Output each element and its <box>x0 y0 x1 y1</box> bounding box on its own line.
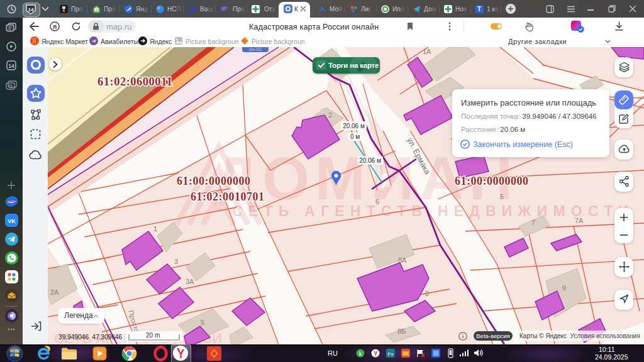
svg-text:61:00:0000000: 61:00:0000000 <box>455 175 529 187</box>
svg-text:VK: VK <box>8 218 16 224</box>
svg-text:7: 7 <box>531 219 535 226</box>
svg-text:5: 5 <box>500 193 504 200</box>
svg-text:8А: 8А <box>398 256 407 264</box>
svg-text:14: 14 <box>8 63 14 69</box>
svg-text:1: 1 <box>153 225 157 233</box>
svg-text:8Б: 8Б <box>397 327 406 335</box>
svg-text:61:00:0000000: 61:00:0000000 <box>177 175 251 187</box>
svg-text:3: 3 <box>174 258 178 265</box>
svg-text:14: 14 <box>28 7 34 13</box>
svg-text:20.06 м: 20.06 м <box>343 123 365 129</box>
svg-text:61:02:0600011: 61:02:0600011 <box>97 75 173 88</box>
svg-text:0 м: 0 м <box>350 133 360 140</box>
svg-text:Fx: Fx <box>388 351 394 357</box>
svg-text:20.06 м: 20.06 м <box>359 157 381 164</box>
svg-text:2: 2 <box>328 111 332 119</box>
svg-text:9: 9 <box>562 284 566 292</box>
svg-text:1А: 1А <box>423 48 431 55</box>
svg-text:8: 8 <box>425 290 429 297</box>
svg-text:61:02:0010701: 61:02:0010701 <box>191 190 265 203</box>
svg-text:2А: 2А <box>50 288 59 296</box>
svg-text:7А: 7А <box>575 217 584 224</box>
svg-text:он-02: он-02 <box>249 47 262 52</box>
svg-text:3А: 3А <box>186 278 194 285</box>
svg-text:5: 5 <box>201 319 204 326</box>
svg-text:6: 6 <box>375 198 379 206</box>
svg-text:Я: Я <box>53 24 57 30</box>
svg-text:k: k <box>359 351 362 357</box>
